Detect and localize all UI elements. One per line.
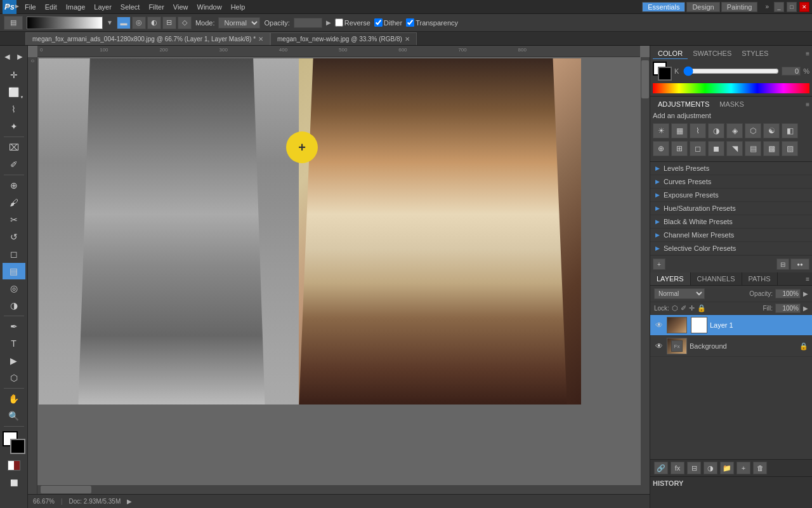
preset-curves[interactable]: ▶ Curves Presets [650, 175, 812, 189]
tab-doc2-close[interactable]: ✕ [405, 36, 410, 43]
layer-1-visibility[interactable]: 👁 [654, 320, 664, 330]
tab-swatches[interactable]: SWATCHES [688, 48, 737, 59]
tab-color[interactable]: COLOR [653, 48, 688, 59]
gradient-linear[interactable]: ▬ [117, 17, 131, 29]
mode-select[interactable]: Normal [218, 17, 260, 29]
adj-invert-icon[interactable]: ◼ [708, 141, 724, 156]
adj-color-balance-icon[interactable]: ☯ [763, 123, 780, 138]
menu-window[interactable]: Window [193, 2, 226, 12]
heal-tool[interactable]: ⊕ [3, 177, 25, 194]
tab-doc1[interactable]: megan_fox_armani_ads_004-812x508.jpg @ … [25, 32, 270, 45]
layer-delete-btn[interactable]: 🗑 [753, 462, 767, 474]
layer-adj-btn[interactable]: ◑ [704, 462, 717, 474]
close-button[interactable]: ✕ [799, 2, 809, 12]
yellow-circle[interactable]: + [286, 131, 318, 163]
gradient-diamond[interactable]: ◇ [178, 17, 192, 29]
blur-tool[interactable]: ◎ [3, 280, 25, 297]
lock-all-icon[interactable]: 🔒 [697, 304, 706, 312]
menu-image[interactable]: Image [62, 2, 90, 12]
menu-view[interactable]: View [169, 2, 193, 12]
maximize-button[interactable]: □ [787, 2, 797, 12]
reverse-label[interactable]: Reverse [335, 18, 370, 27]
bg-color[interactable] [10, 439, 25, 454]
scroll-horizontal[interactable] [37, 485, 641, 494]
preset-exposure[interactable]: ▶ Exposure Presets [650, 189, 812, 202]
scroll-v-thumb[interactable] [641, 60, 649, 98]
adj-levels-icon[interactable]: ▦ [671, 123, 688, 138]
zoom-tool[interactable]: 🔍 [3, 408, 25, 424]
adj-photo-filter-icon[interactable]: ⊕ [653, 141, 669, 156]
fill-arrow[interactable]: ▶ [803, 305, 808, 312]
fill-field[interactable] [775, 304, 801, 313]
tab-channels[interactable]: CHANNELS [691, 272, 742, 285]
collapse-tool-btn[interactable]: ► [15, 48, 26, 65]
adj-vibrance-icon[interactable]: ◈ [726, 123, 743, 138]
tab-paths[interactable]: PATHS [742, 272, 778, 285]
scroll-vertical[interactable] [641, 57, 650, 494]
preset-new-btn[interactable]: + [653, 258, 665, 270]
brush-tool[interactable]: 🖌 [3, 194, 25, 211]
gradient-angle[interactable]: ◐ [147, 17, 161, 29]
status-arrow[interactable]: ▶ [127, 498, 132, 505]
move-tool[interactable]: ✛ [3, 67, 25, 83]
opacity-arrow[interactable]: ▶ [803, 290, 808, 297]
adj-gradient-map-icon[interactable]: ▩ [763, 141, 780, 156]
adj-threshold-icon[interactable]: ▤ [745, 141, 761, 156]
eyedropper-tool[interactable]: ✐ [3, 156, 25, 173]
crop-tool[interactable]: ⌧ [3, 139, 25, 156]
hand-tool[interactable]: ✋ [3, 391, 25, 407]
select-rect-tool[interactable]: ⬜▼ [3, 84, 25, 100]
adj-color-lookup-icon[interactable]: ◻ [690, 141, 706, 156]
transparency-checkbox[interactable] [406, 18, 414, 27]
layer-item-1[interactable]: 👁 Layer 1 [650, 315, 812, 336]
adj-brightness-icon[interactable]: ☀ [653, 123, 669, 138]
quick-mask-btn[interactable] [3, 457, 25, 474]
layer-fx-btn[interactable]: fx [671, 462, 684, 474]
layers-panel-menu[interactable]: ≡ [803, 273, 812, 285]
tab-masks[interactable]: MASKS [714, 99, 749, 109]
lock-image-icon[interactable]: ✐ [681, 304, 686, 312]
tool-icon[interactable]: ▤ [4, 16, 23, 30]
layer-bg-visibility[interactable]: 👁 [654, 341, 664, 351]
opacity-input[interactable]: 100% [294, 18, 322, 28]
adj-channel-mixer-icon[interactable]: ⊞ [671, 141, 688, 156]
tab-doc2[interactable]: megan_fox_new-wide.jpg @ 33.3% (RGB/8) ✕ [270, 32, 417, 45]
layer-link-btn[interactable]: 🔗 [654, 462, 668, 474]
tab-adjustments[interactable]: ADJUSTMENTS [653, 99, 714, 109]
tab-prev[interactable]: ◄ [3, 1, 11, 11]
tab-doc1-close[interactable]: ✕ [258, 36, 263, 43]
tab-styles[interactable]: STYLES [737, 48, 773, 59]
adj-panel-menu[interactable]: ≡ [806, 101, 809, 108]
expand-arrow[interactable]: » [763, 3, 771, 10]
color-fg-bg[interactable] [653, 62, 672, 81]
blend-mode-select[interactable]: Normal [654, 288, 705, 299]
adj-hue-saturation-icon[interactable]: ⬡ [745, 123, 761, 138]
layer-item-bg[interactable]: 👁 Fx Background 🔒 [650, 336, 812, 357]
pen-tool[interactable]: ✒ [3, 318, 25, 335]
dodge-tool[interactable]: ◑ [3, 297, 25, 314]
minimize-button[interactable]: _ [774, 2, 784, 12]
type-tool[interactable]: T [3, 335, 25, 352]
lasso-tool[interactable]: ⌇ [3, 101, 25, 117]
preset-levels[interactable]: ▶ Levels Presets [650, 162, 812, 175]
gradient-tool[interactable]: ▤ [3, 263, 25, 279]
adj-curves-icon[interactable]: ⌇ [690, 123, 706, 138]
menu-select[interactable]: Select [116, 2, 145, 12]
scroll-h-thumb[interactable] [41, 486, 91, 493]
fg-bg-colors[interactable] [3, 431, 25, 454]
transparency-label[interactable]: Transparency [406, 18, 458, 27]
k-slider[interactable] [683, 69, 779, 74]
tab-layers[interactable]: LAYERS [650, 272, 691, 285]
color-spectrum[interactable] [653, 83, 809, 93]
layer-group-btn[interactable]: 📁 [720, 462, 734, 474]
color-panel-menu[interactable]: ≡ [806, 50, 809, 57]
path-select-tool[interactable]: ▶ [3, 352, 25, 369]
preset-hue-saturation[interactable]: ▶ Hue/Saturation Presets [650, 202, 812, 215]
menu-filter[interactable]: Filter [144, 2, 168, 12]
layer-1-mask[interactable] [691, 317, 707, 333]
preset-selective-color[interactable]: ▶ Selective Color Presets [650, 242, 812, 255]
opacity-field[interactable] [775, 289, 801, 298]
menu-edit[interactable]: Edit [41, 2, 62, 12]
mode-design[interactable]: Design [686, 2, 719, 12]
lock-position-icon[interactable]: ✛ [689, 304, 695, 312]
